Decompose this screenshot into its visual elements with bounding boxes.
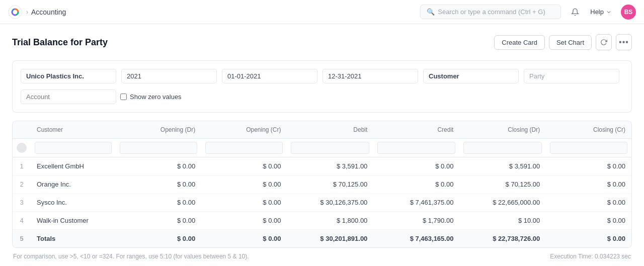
- filter-row-1: [21, 69, 623, 83]
- opening-dr-search[interactable]: [120, 142, 197, 154]
- col-credit: Credit: [373, 121, 459, 139]
- table-filter-row: [13, 139, 631, 157]
- refresh-icon: [600, 39, 607, 46]
- footer-hint: For comparison, use >5, <10 or =324. For…: [13, 253, 249, 260]
- table-row: 2Orange Inc.$ 0.00$ 0.00$ 70,125.00$ 0.0…: [13, 175, 631, 194]
- table-row: 1Excellent GmbH$ 0.00$ 0.00$ 3,591.00$ 0…: [13, 157, 631, 175]
- row-selector-all[interactable]: [17, 143, 27, 153]
- col-closing-dr: Closing (Dr): [459, 121, 546, 139]
- row-number: 3: [13, 194, 31, 212]
- row-opening-cr: $ 0.00: [201, 230, 287, 248]
- app-logo: [8, 5, 22, 19]
- row-number: 1: [13, 157, 31, 175]
- year-filter[interactable]: [121, 69, 217, 83]
- ellipsis-icon: •••: [619, 38, 629, 47]
- customer-search-input[interactable]: [35, 142, 112, 154]
- help-label: Help: [590, 8, 604, 16]
- row-credit: $ 7,463,165.00: [373, 230, 459, 248]
- from-date-filter[interactable]: [222, 69, 317, 83]
- closing-dr-search[interactable]: [463, 142, 542, 154]
- row-opening-cr: $ 0.00: [201, 157, 287, 175]
- closing-cr-search[interactable]: [550, 142, 627, 154]
- row-opening-cr: $ 0.00: [201, 194, 287, 212]
- page-footer: For comparison, use >5, <10 or =324. For…: [12, 253, 632, 260]
- filter-section: Show zero values: [12, 60, 632, 113]
- party-filter[interactable]: [524, 69, 619, 83]
- row-closing-dr: $ 70,125.00: [459, 175, 546, 194]
- row-debit: $ 70,125.00: [287, 175, 373, 194]
- row-credit: $ 1,790.00: [373, 212, 459, 230]
- app-title: Accounting: [31, 8, 66, 16]
- table-body: 1Excellent GmbH$ 0.00$ 0.00$ 3,591.00$ 0…: [13, 139, 631, 248]
- to-date-filter[interactable]: [323, 69, 418, 83]
- row-closing-cr: $ 0.00: [546, 175, 631, 194]
- row-opening-dr: $ 0.00: [116, 230, 201, 248]
- filter-row-2: Show zero values: [21, 90, 623, 104]
- help-menu[interactable]: Help: [585, 5, 617, 19]
- row-closing-dr: $ 22,665,000.00: [459, 194, 546, 212]
- page-content: Trial Balance for Party Create Card Set …: [0, 24, 644, 266]
- row-closing-cr: $ 0.00: [546, 194, 631, 212]
- table-header: Customer Opening (Dr) Opening (Cr) Debit…: [13, 121, 631, 139]
- row-customer: Walk-in Customer: [31, 212, 116, 230]
- row-credit: $ 7,461,375.00: [373, 194, 459, 212]
- company-filter[interactable]: [21, 69, 116, 83]
- row-customer: Totals: [31, 230, 116, 248]
- row-credit: $ 0.00: [373, 175, 459, 194]
- execution-time: Execution Time: 0.034223 sec: [550, 253, 631, 260]
- row-customer: Excellent GmbH: [31, 157, 116, 175]
- row-opening-dr: $ 0.00: [116, 175, 201, 194]
- page-title: Trial Balance for Party: [12, 37, 108, 48]
- data-table: Customer Opening (Dr) Opening (Cr) Debit…: [12, 121, 632, 248]
- set-chart-button[interactable]: Set Chart: [549, 35, 592, 50]
- col-debit: Debit: [287, 121, 373, 139]
- row-debit: $ 30,126,375.00: [287, 194, 373, 212]
- svg-point-0: [9, 6, 22, 19]
- account-filter[interactable]: [21, 90, 116, 104]
- show-zero-label[interactable]: Show zero values: [120, 93, 182, 101]
- notifications-bell[interactable]: [567, 4, 583, 20]
- table-row: 5Totals$ 0.00$ 0.00$ 30,201,891.00$ 7,46…: [13, 230, 631, 248]
- search-placeholder: Search or type a command (Ctrl + G): [438, 8, 545, 16]
- trial-balance-table: Customer Opening (Dr) Opening (Cr) Debit…: [13, 121, 631, 247]
- chevron-down-icon: [606, 9, 612, 15]
- show-zero-text: Show zero values: [130, 93, 182, 101]
- create-card-button[interactable]: Create Card: [494, 35, 545, 50]
- opening-cr-search[interactable]: [205, 142, 283, 154]
- user-avatar[interactable]: BS: [621, 5, 636, 20]
- row-debit: $ 3,591.00: [287, 157, 373, 175]
- row-opening-dr: $ 0.00: [116, 194, 201, 212]
- row-opening-dr: $ 0.00: [116, 212, 201, 230]
- row-debit: $ 30,201,891.00: [287, 230, 373, 248]
- page-actions: Create Card Set Chart •••: [494, 34, 632, 50]
- col-opening-dr: Opening (Dr): [116, 121, 201, 139]
- row-number: 4: [13, 212, 31, 230]
- col-closing-cr: Closing (Cr): [546, 121, 631, 139]
- show-zero-checkbox[interactable]: [120, 94, 127, 100]
- debit-search[interactable]: [291, 142, 369, 154]
- col-opening-cr: Opening (Cr): [201, 121, 287, 139]
- row-closing-cr: $ 0.00: [546, 157, 631, 175]
- row-number: 2: [13, 175, 31, 194]
- row-credit: $ 0.00: [373, 157, 459, 175]
- col-customer: Customer: [31, 121, 116, 139]
- row-opening-cr: $ 0.00: [201, 212, 287, 230]
- global-search[interactable]: 🔍 Search or type a command (Ctrl + G): [420, 5, 561, 19]
- credit-search[interactable]: [377, 142, 455, 154]
- row-closing-dr: $ 22,738,726.00: [459, 230, 546, 248]
- page-header: Trial Balance for Party Create Card Set …: [12, 34, 632, 50]
- navbar: › Accounting 🔍 Search or type a command …: [0, 0, 644, 24]
- table-row: 4Walk-in Customer$ 0.00$ 0.00$ 1,800.00$…: [13, 212, 631, 230]
- row-customer: Sysco Inc.: [31, 194, 116, 212]
- refresh-button[interactable]: [596, 34, 612, 50]
- row-closing-cr: $ 0.00: [546, 230, 631, 248]
- row-customer: Orange Inc.: [31, 175, 116, 194]
- col-num: [13, 121, 31, 139]
- row-closing-cr: $ 0.00: [546, 212, 631, 230]
- row-opening-cr: $ 0.00: [201, 175, 287, 194]
- breadcrumb-chevron: ›: [26, 9, 28, 16]
- row-opening-dr: $ 0.00: [116, 157, 201, 175]
- row-debit: $ 1,800.00: [287, 212, 373, 230]
- more-options-button[interactable]: •••: [616, 34, 632, 50]
- party-type-filter[interactable]: [423, 69, 519, 83]
